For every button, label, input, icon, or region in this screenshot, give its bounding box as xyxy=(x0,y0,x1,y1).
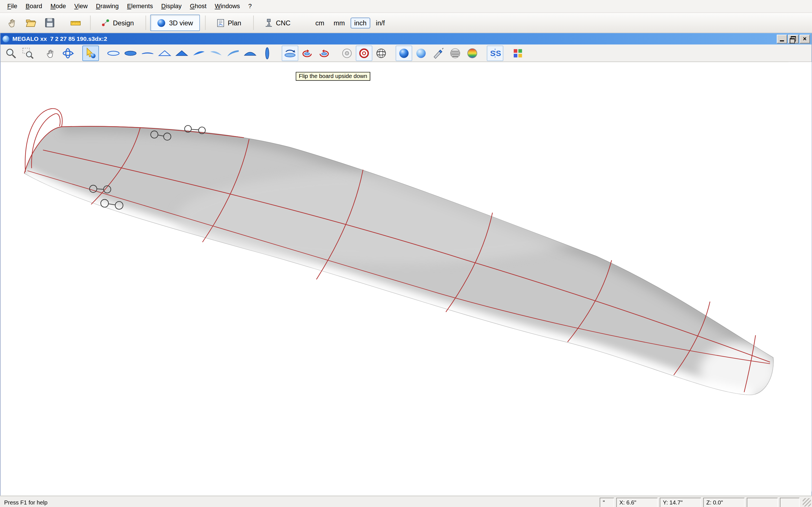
rocker-view-button[interactable] xyxy=(139,45,156,61)
torus-red-icon xyxy=(358,47,370,59)
status-x-coordinate: X: 6.6" xyxy=(616,497,658,507)
slice-4-icon xyxy=(243,47,257,59)
save-icon xyxy=(44,17,55,29)
torus-red-button[interactable] xyxy=(356,45,372,61)
document-title: MEGALO xx 7 2 27 85 190.s3dx:2 xyxy=(12,36,776,42)
airbrush-icon xyxy=(432,47,444,59)
toolbar-separator xyxy=(205,15,206,30)
minimize-icon xyxy=(780,40,784,41)
menu-file[interactable]: File xyxy=(3,1,21,11)
design-mode-icon xyxy=(101,18,110,27)
slice-3-icon xyxy=(226,47,240,59)
board-bottom-view-button[interactable] xyxy=(122,45,139,61)
ruler-icon xyxy=(69,17,82,29)
cnc-icon xyxy=(264,18,273,27)
mode-cnc-button[interactable]: CNC xyxy=(258,14,297,31)
color-palette-button[interactable] xyxy=(509,45,526,61)
unit-mm[interactable]: mm xyxy=(330,17,349,29)
section-filled-view-button[interactable] xyxy=(173,45,190,61)
render-sphere-rainbow-button[interactable] xyxy=(464,45,481,61)
save-file-button[interactable] xyxy=(42,14,58,31)
flip-board-button[interactable] xyxy=(282,45,298,61)
menu-bar: File Board Mode View Drawing Elements Di… xyxy=(0,0,812,13)
mode-design-button[interactable]: Design xyxy=(95,14,140,31)
app-icon xyxy=(2,35,10,43)
profile-vertical-view-button[interactable] xyxy=(259,45,275,61)
unit-selector: cm mm inch in/f xyxy=(312,17,389,29)
slice-view-3-button[interactable] xyxy=(225,45,241,61)
restore-button[interactable] xyxy=(788,34,799,43)
striped-sphere-icon xyxy=(449,47,461,59)
rotate-board-left-button[interactable] xyxy=(299,45,315,61)
hand-icon xyxy=(7,17,18,29)
status-empty-box-1 xyxy=(747,497,778,507)
mode-3d-view-button[interactable]: 3D view xyxy=(151,14,200,31)
board-outline-view-button[interactable] xyxy=(105,45,122,61)
pointer-icon xyxy=(84,47,97,59)
zoom-icon xyxy=(5,47,17,59)
slice-view-1-button[interactable] xyxy=(191,45,207,61)
wireframe-sphere-button[interactable] xyxy=(373,45,389,61)
select-pointer-button[interactable] xyxy=(82,45,99,61)
pan-button[interactable] xyxy=(43,45,59,61)
close-button[interactable]: × xyxy=(800,34,810,43)
board-3d-canvas[interactable]: Flip the board upside down xyxy=(1,62,811,496)
render-sphere-light-button[interactable] xyxy=(413,45,429,61)
document-titlebar[interactable]: MEGALO xx 7 2 27 85 190.s3dx:2 × xyxy=(1,33,811,45)
status-unit: " xyxy=(600,497,614,507)
unit-inf[interactable]: in/f xyxy=(372,17,389,29)
minimize-button[interactable] xyxy=(777,34,787,43)
open-file-button[interactable] xyxy=(23,14,40,31)
render-sphere-blue-button[interactable] xyxy=(396,45,412,61)
resize-grip[interactable] xyxy=(803,498,811,506)
blue-sphere-icon xyxy=(398,47,410,59)
menu-mode[interactable]: Mode xyxy=(46,1,70,11)
section-filled-icon xyxy=(175,47,189,59)
section-outline-icon xyxy=(158,47,171,59)
menu-windows[interactable]: Windows xyxy=(211,1,244,11)
torus-white-button[interactable] xyxy=(339,45,355,61)
slice-2-icon xyxy=(209,47,223,59)
hand-tool-button[interactable] xyxy=(4,14,21,31)
section-outline-view-button[interactable] xyxy=(156,45,173,61)
rotate-board-right-button[interactable] xyxy=(316,45,333,61)
measure-button[interactable] xyxy=(67,14,84,31)
plan-icon xyxy=(216,18,224,27)
mode-design-label: Design xyxy=(113,19,134,27)
curvature-display-button[interactable]: S S xyxy=(487,45,504,61)
menu-board[interactable]: Board xyxy=(21,1,46,11)
menu-elements[interactable]: Elements xyxy=(123,1,157,11)
menu-help[interactable]: ? xyxy=(244,1,256,11)
profile-vertical-icon xyxy=(261,46,273,60)
menu-display[interactable]: Display xyxy=(157,1,186,11)
toolbar-separator xyxy=(90,15,91,30)
board-outline-icon xyxy=(107,47,120,59)
curvature-icon: S S xyxy=(489,47,501,59)
zoom-button[interactable] xyxy=(3,45,19,61)
slice-view-4-button[interactable] xyxy=(242,45,259,61)
svg-text:S: S xyxy=(496,49,501,57)
rotate-3d-button[interactable] xyxy=(59,45,76,61)
rotate-3d-icon xyxy=(62,47,74,59)
status-y-coordinate: Y: 14.7" xyxy=(660,497,701,507)
status-z-coordinate: Z: 0.0" xyxy=(703,497,745,507)
restore-icon xyxy=(791,36,796,41)
unit-cm[interactable]: cm xyxy=(312,17,328,29)
airbrush-button[interactable] xyxy=(430,45,446,61)
mode-plan-button[interactable]: Plan xyxy=(209,14,248,31)
zoom-window-button[interactable] xyxy=(20,45,36,61)
pan-hand-icon xyxy=(45,47,56,59)
mode-cnc-label: CNC xyxy=(276,19,291,27)
menu-ghost[interactable]: Ghost xyxy=(186,1,211,11)
toolbar-separator xyxy=(253,15,254,30)
slice-view-2-button[interactable] xyxy=(208,45,224,61)
zoom-window-icon xyxy=(22,47,34,59)
unit-inch[interactable]: inch xyxy=(350,17,370,29)
menu-drawing[interactable]: Drawing xyxy=(92,1,123,11)
rotate-right-icon xyxy=(317,47,331,59)
3d-view-icon xyxy=(157,18,166,27)
render-sphere-lines-button[interactable] xyxy=(447,45,463,61)
light-sphere-icon xyxy=(415,47,427,59)
status-empty-box-2 xyxy=(780,497,800,507)
menu-view[interactable]: View xyxy=(70,1,92,11)
